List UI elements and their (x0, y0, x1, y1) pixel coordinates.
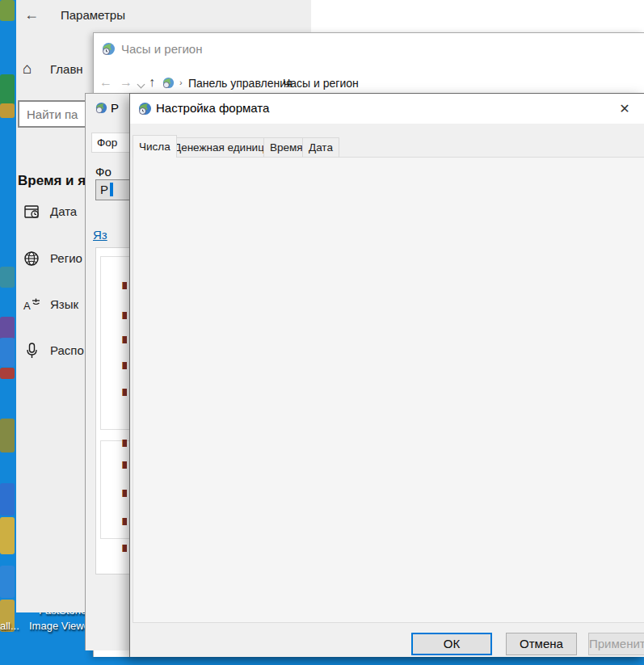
clipped-text-fragment (122, 490, 127, 497)
sidebar-item-label: Дата (50, 204, 77, 218)
address-bar-icon (162, 77, 175, 92)
clipped-text-fragment (122, 312, 127, 319)
clipped-text-fragment (122, 389, 127, 396)
background-window (311, 0, 644, 32)
screen: FastStone Image Viewer all... ← Параметр… (0, 0, 644, 665)
breadcrumb-separator: › (179, 78, 183, 87)
clock-region-icon (102, 42, 116, 59)
desktop-icon-fragment[interactable] (0, 338, 15, 367)
dialog-title: Настройка формата (156, 101, 269, 115)
tab-date[interactable]: Дата (302, 137, 339, 157)
desktop-icon-fragment[interactable] (0, 483, 15, 516)
clipped-text-fragment (122, 461, 127, 469)
close-icon[interactable]: ✕ (611, 99, 638, 120)
window-title: Часы и регион (121, 42, 203, 56)
desktop-icon-fragment[interactable] (0, 103, 15, 118)
desktop-icon-fragment[interactable] (0, 74, 15, 105)
tab-currency[interactable]: Денежная единица (167, 137, 276, 157)
clipped-text-fragment (122, 282, 127, 289)
microphone-icon (23, 341, 42, 364)
region-groupbox (100, 256, 132, 430)
breadcrumb-separator: › (274, 78, 277, 87)
region-format-label-fragment: Фо (95, 165, 112, 179)
calendar-icon (23, 202, 42, 225)
nav-up-icon[interactable]: ↑ (149, 75, 155, 90)
sidebar-item-label: Язык (50, 297, 78, 311)
search-placeholder: Найти па (27, 107, 78, 121)
ok-button[interactable]: ОК (411, 633, 492, 655)
svg-text:A: A (23, 300, 31, 312)
desktop-icon-fragment[interactable] (0, 0, 15, 21)
settings-title: Параметры (61, 8, 125, 22)
tab-numbers[interactable]: Числа (133, 135, 177, 158)
region-combo-value: Р (100, 183, 108, 196)
clipped-text-fragment (122, 518, 127, 525)
back-arrow-icon[interactable]: ← (24, 6, 39, 23)
region-language-link-fragment[interactable]: Яз (93, 228, 107, 242)
home-icon: ⌂ (23, 60, 32, 78)
desktop-icon-label[interactable]: all... (0, 620, 19, 632)
sidebar-item-label: Распо (50, 343, 84, 357)
desktop-icon-fragment[interactable] (0, 267, 15, 288)
desktop-icon-fragment[interactable] (0, 317, 15, 339)
region-tab-formats[interactable]: Фор (91, 133, 130, 153)
desktop-icon-label[interactable]: Image Viewer (29, 620, 93, 632)
region-tab-label: Фор (97, 137, 117, 149)
globe-icon (23, 249, 42, 271)
nav-back-icon[interactable]: ← (99, 75, 112, 90)
text-selection (110, 183, 113, 196)
nav-history-chevron-icon[interactable] (137, 81, 145, 89)
clipped-text-fragment (122, 440, 127, 447)
cancel-button[interactable]: Отмена (506, 633, 577, 655)
sidebar-item-label: Регио (50, 251, 82, 265)
desktop-icon-fragment[interactable] (0, 566, 15, 598)
region-dialog-title-fragment: Р (111, 101, 119, 115)
clipped-text-fragment (122, 545, 127, 552)
desktop-icon-fragment[interactable] (0, 517, 15, 554)
breadcrumb-clock-region[interactable]: Часы и регион (283, 77, 359, 90)
clipped-text-fragment (122, 336, 127, 343)
region-content-panel (95, 247, 130, 575)
format-dialog: Настройка формата ✕ Числа Денежная едини… (129, 93, 644, 657)
section-heading: Время и я (18, 173, 86, 189)
format-dialog-icon (138, 102, 152, 119)
desktop-icon-fragment[interactable] (0, 368, 15, 379)
tab-page (133, 157, 644, 623)
desktop-icon-fragment[interactable] (0, 419, 15, 452)
apply-button[interactable]: Применить (588, 633, 644, 655)
clipped-text-fragment (122, 362, 127, 369)
region-dialog-icon (95, 102, 107, 117)
sidebar-item-home[interactable]: Главн (50, 62, 83, 76)
region-format-combo[interactable]: Р (95, 179, 130, 200)
region-groupbox (100, 440, 132, 539)
region-dialog: Р Фор Фо Р Яз (85, 93, 129, 650)
language-icon: A (23, 295, 42, 318)
nav-forward-icon[interactable]: → (120, 75, 133, 90)
